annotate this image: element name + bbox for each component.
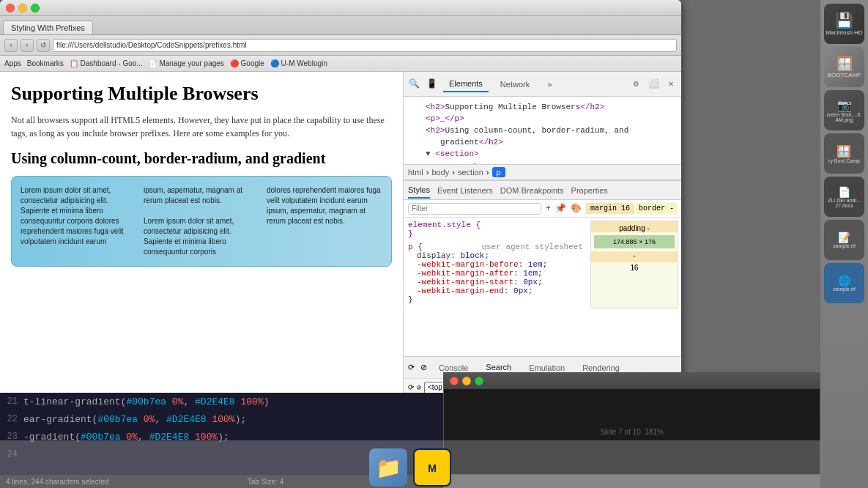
sidebar-icon-screenshot[interactable]: 📷 creen Shot...-5, AM.png [824,90,864,130]
demo-col-2: ipsum, aspernatur, magnam at rerum place… [142,184,261,259]
browser-content-area: Supporting Multiple Browsers Not all bro… [0,72,681,396]
docs-label: ZLI DEI andi... 27.docx [824,198,864,208]
console-clear-icon[interactable]: ⊘ [420,363,427,372]
bookmark-umweb[interactable]: 🔵 U-M Weblogin [270,59,327,67]
dom-line-2[interactable]: <p>_</p> [408,113,677,125]
slide-info: Slide 7 of 10. [600,428,642,436]
code-line-21: 21 t-linear-gradient(#00b7ea 0%, #D2E4E8… [0,393,443,410]
bookmark-google[interactable]: 🔴 Google [230,59,264,67]
filter-add-icon[interactable]: + [546,204,551,214]
devtools-tab-more[interactable]: » [541,77,557,92]
demo-text-1: Lorem ipsum dolor sit amet, consectetur … [21,186,124,245]
styles-filter-bar: + 📌 🎨 margin 16 border - [404,200,681,218]
browser-tab[interactable]: Styling With Prefixes [3,21,93,34]
filter-pin-icon[interactable]: 📌 [555,203,566,214]
box-border-label: border - [636,203,677,214]
devtools-tab-network[interactable]: Network [494,77,535,92]
tab-dom-breakpoints[interactable]: DOM Breakpoints [500,183,564,198]
bookmark-apps[interactable]: Apps [4,59,21,67]
box-model-summary: margin 16 border - [586,203,677,214]
console-refresh-icon[interactable]: ⟳ [408,363,415,372]
close-window-button[interactable] [6,4,15,12]
breadcrumb-body[interactable]: body [431,168,449,177]
html-label: sample.rtf [833,286,856,292]
demo-text-3: dolores reprehenderit maiores fuga velit… [267,186,381,225]
maximize-window-button[interactable] [31,4,40,12]
dom-breadcrumb: html › body › section › p [404,164,681,180]
console-filter-icon[interactable]: ⊘ [417,383,421,392]
bootcamp2-icon: 🪟 [828,144,860,158]
browser-titlebar [0,0,681,16]
style-rule-p: p { user agent stylesheet display: block… [408,243,583,304]
breadcrumb-html[interactable]: html [408,168,423,177]
right-sidebar: 💾 Macintosh HD 🪟 BOOTCAMP 📷 creen Shot..… [820,0,868,488]
sidebar-icon-bootcamp[interactable]: 🪟 BOOTCAMP [824,47,864,87]
styles-filter-input[interactable] [408,203,541,215]
devtools-close-icon[interactable]: ✕ [665,78,677,90]
zoom-level: 181% [645,428,664,436]
bookmark-dashboard[interactable]: 📋 Dashboard - Goo... [70,59,143,67]
pres-max-btn[interactable] [475,377,483,385]
webpage-area: Supporting Multiple Browsers Not all bro… [0,72,403,396]
tab-properties[interactable]: Properties [571,183,608,198]
devtools-mobile-icon[interactable]: 📱 [426,78,437,90]
dom-line-section[interactable]: ▼ <section> [408,148,677,160]
browser-window: Styling With Prefixes ‹ › ↺ Apps Bookmar… [0,0,681,396]
box-margin-label: margin 16 [586,203,634,214]
back-button[interactable]: ‹ [4,39,18,52]
filter-color-icon[interactable]: 🎨 [571,203,582,214]
pres-close-btn[interactable] [450,377,459,385]
dom-line-4[interactable]: gradient</h2> [408,136,677,148]
minimize-window-button[interactable] [18,4,27,12]
bookmark-bookmarks[interactable]: Bookmarks [27,59,64,67]
dom-line-1[interactable]: <h2>Supporting Multiple Browsers</h2> [408,101,677,113]
pres-header [444,373,820,389]
breadcrumb-section[interactable]: section [458,168,483,177]
breadcrumb-p[interactable]: p [492,167,505,177]
box-model-visual: padding - 174.885 × 176 - 16 [590,221,678,308]
refresh-button[interactable]: ↺ [37,39,50,52]
console-spinner-icon[interactable]: ⟳ [408,383,414,392]
tab-styles[interactable]: Styles [408,182,430,199]
sidebar-icon-rtf[interactable]: 📝 sample.rtf [824,220,864,260]
sidebar-icon-bootcamp2[interactable]: 🪟 ry Boot Camp [824,133,864,174]
line-number-22: 22 [3,414,23,424]
screenshot-icon: 📷 [824,98,864,112]
dock-codesnippets-folder[interactable]: 📁 [369,448,407,487]
bookmark-manage[interactable]: 📄 Manage your pages [149,59,224,67]
demo-text-2: ipsum, aspernatur, magnam at rerum place… [144,186,242,256]
dom-tree: <h2>Supporting Multiple Browsers</h2> <p… [404,97,681,164]
rtf-label: sample.rtf [833,243,856,248]
address-input[interactable] [53,39,677,52]
sidebar-icon-hd[interactable]: 💾 Macintosh HD [824,4,864,44]
sidebar-icon-docs[interactable]: 📄 ZLI DEI andi... 27.docx [824,177,864,217]
forward-button[interactable]: › [21,39,34,52]
sidebar-icon-html[interactable]: 🌐 sample.rtf [824,263,864,303]
html-icon: 🌐 [833,275,856,286]
style-rule-element: element.style { } [408,221,583,238]
devtools-search-icon[interactable]: 🔍 [408,78,420,90]
screenshot-label: creen Shot...-5, AM.png [824,112,864,122]
line-number-21: 21 [3,396,23,407]
dock-umich-icon[interactable]: M [413,448,451,487]
pres-info: Slide 7 of 10. 181% [600,428,664,436]
rtf-icon: 📝 [833,232,856,243]
tab-event-listeners[interactable]: Event Listeners [437,183,493,198]
devtools-panel: 🔍 📱 Elements Network » ⚙ ⬜ ✕ <h2>Support… [403,72,681,396]
devtools-dock-icon[interactable]: ⬜ [648,78,659,90]
pres-min-btn[interactable] [462,377,471,385]
dom-line-3[interactable]: <h2>Using column-count, border-radium, a… [408,125,677,136]
code-line-22: 22 ear-gradient(#00b7ea 0%, #D2E4E8 100%… [0,410,443,428]
page-subtitle: Using column-count, border-radium, and g… [11,150,392,167]
devtools-tab-elements[interactable]: Elements [443,76,489,92]
svg-text:M: M [428,462,437,474]
demo-col-1: Lorem ipsum dolor sit amet, consectetur … [19,184,138,259]
box-model-number: 16 [591,262,678,273]
box-model-margin-bottom: - [591,251,678,262]
styles-panel: Styles Event Listeners DOM Breakpoints P… [404,180,681,356]
bootcamp-icon: 🪟 [828,56,861,72]
bootcamp2-label: ry Boot Camp [828,158,860,163]
devtools-settings-icon[interactable]: ⚙ [630,78,642,90]
bootcamp-label: BOOTCAMP [828,72,861,78]
devtools-toolbar: 🔍 📱 Elements Network » ⚙ ⬜ ✕ [404,72,681,97]
